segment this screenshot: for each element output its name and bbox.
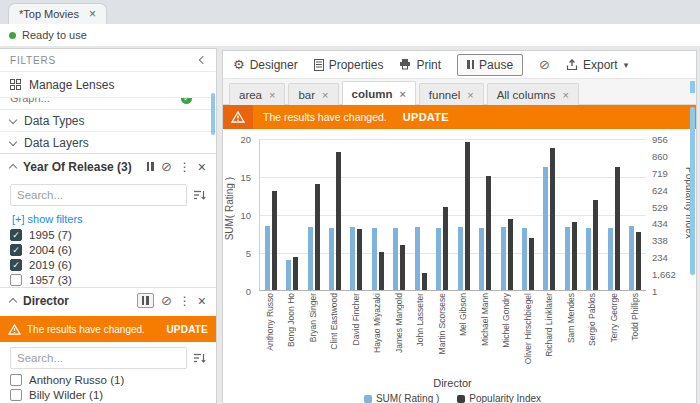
rating-bar[interactable] bbox=[265, 226, 270, 290]
popularity-bar[interactable] bbox=[486, 176, 491, 290]
checkbox[interactable]: ✓ bbox=[10, 244, 22, 256]
chart-tab-funnel[interactable]: funnel× bbox=[419, 83, 484, 105]
manage-lenses-item[interactable]: Manage Lenses bbox=[0, 71, 216, 97]
rating-bar[interactable] bbox=[393, 228, 398, 290]
lens-item-label: Graph... bbox=[10, 97, 50, 104]
print-button[interactable]: Print bbox=[399, 58, 441, 72]
export-button[interactable]: Export ▾ bbox=[566, 58, 628, 72]
rating-bar[interactable] bbox=[522, 228, 527, 290]
rating-bar[interactable] bbox=[543, 167, 548, 290]
popularity-bar[interactable] bbox=[443, 207, 448, 290]
rating-bar[interactable] bbox=[565, 227, 570, 290]
chart-tab-area[interactable]: area× bbox=[229, 83, 285, 105]
popularity-bar[interactable] bbox=[422, 273, 427, 290]
right-axis-ticks: 9568607196245294343382341,6621 bbox=[650, 139, 686, 291]
year-filter-header[interactable]: Year Of Release (3) ⊘ ⋮ × bbox=[0, 153, 216, 179]
disable-refresh-icon[interactable]: ⊘ bbox=[161, 160, 172, 173]
sort-icon[interactable] bbox=[193, 352, 206, 364]
checkbox[interactable] bbox=[10, 374, 22, 386]
show-filters-link[interactable]: [+] show filters bbox=[0, 209, 216, 227]
rating-bar[interactable] bbox=[286, 260, 291, 290]
properties-button[interactable]: Properties bbox=[314, 58, 384, 72]
rating-bar[interactable] bbox=[586, 228, 591, 290]
pause-filter-icon[interactable] bbox=[147, 162, 154, 171]
tab-close-icon[interactable]: × bbox=[562, 89, 568, 101]
chart-tab-all-columns[interactable]: All columns× bbox=[487, 83, 579, 105]
tab-close-icon[interactable]: × bbox=[322, 89, 328, 101]
remove-filter-icon[interactable]: × bbox=[198, 294, 206, 308]
rating-bar[interactable] bbox=[308, 227, 313, 290]
update-button[interactable]: UPDATE bbox=[166, 324, 208, 335]
filters-panel-title: FILTERS bbox=[10, 55, 56, 66]
rating-bar[interactable] bbox=[372, 228, 377, 290]
browser-tab[interactable]: *Top Movies × bbox=[8, 3, 107, 24]
main-scrollbar[interactable] bbox=[690, 107, 695, 275]
remove-filter-icon[interactable]: × bbox=[198, 160, 206, 174]
popularity-bar[interactable] bbox=[508, 219, 513, 290]
more-options-icon[interactable]: ⋮ bbox=[179, 161, 191, 173]
year-filter-search[interactable] bbox=[10, 184, 187, 206]
collapse-panel-icon[interactable] bbox=[199, 56, 207, 64]
popularity-bar[interactable] bbox=[379, 252, 384, 290]
sidebar-item-data-types[interactable]: Data Types bbox=[0, 109, 216, 131]
tab-close-icon[interactable]: × bbox=[89, 7, 96, 21]
main-scrollbar-top[interactable] bbox=[690, 81, 695, 93]
designer-button[interactable]: ⚙ Designer bbox=[233, 58, 298, 72]
rating-bar[interactable] bbox=[350, 227, 355, 290]
year-filter-option[interactable]: ✓1995 (7) bbox=[0, 227, 216, 242]
popularity-bar[interactable] bbox=[636, 232, 641, 290]
chart-tab-column[interactable]: column× bbox=[342, 81, 416, 105]
tab-close-icon[interactable]: × bbox=[399, 88, 405, 100]
popularity-bar[interactable] bbox=[572, 222, 577, 290]
sidebar-scrollbar[interactable] bbox=[211, 93, 215, 135]
popularity-bar[interactable] bbox=[465, 142, 470, 290]
popularity-bar[interactable] bbox=[615, 167, 620, 290]
popularity-bar[interactable] bbox=[593, 200, 598, 290]
pause-button[interactable]: Pause bbox=[457, 54, 523, 76]
legend-item[interactable]: Popularity Index bbox=[457, 393, 541, 404]
director-filter-search[interactable] bbox=[10, 347, 187, 369]
checkbox[interactable] bbox=[10, 389, 22, 401]
director-filter-header[interactable]: Director ⊘ ⋮ × bbox=[0, 287, 216, 313]
legend-item[interactable]: SUM( Rating ) bbox=[364, 393, 439, 404]
director-filter-option[interactable]: Anthony Russo (1) bbox=[0, 372, 216, 387]
director-filter-search-input[interactable] bbox=[17, 352, 180, 364]
x-axis-label: James Mangold bbox=[388, 293, 410, 375]
year-filter-option[interactable]: ✓2019 (6) bbox=[0, 257, 216, 272]
tab-close-icon[interactable]: × bbox=[467, 89, 473, 101]
more-options-icon[interactable]: ⋮ bbox=[179, 295, 191, 307]
popularity-bar[interactable] bbox=[315, 184, 320, 290]
popularity-bar[interactable] bbox=[272, 191, 277, 290]
rating-bar[interactable] bbox=[479, 228, 484, 290]
rating-bar[interactable] bbox=[415, 227, 420, 290]
sort-icon[interactable] bbox=[193, 189, 206, 201]
popularity-bar[interactable] bbox=[400, 245, 405, 290]
update-button[interactable]: UPDATE bbox=[403, 111, 449, 123]
chart-tab-bar[interactable]: bar× bbox=[288, 83, 338, 105]
director-filter-option[interactable]: Billy Wilder (1) bbox=[0, 387, 216, 402]
checkbox[interactable] bbox=[10, 274, 22, 286]
popularity-bar[interactable] bbox=[336, 152, 341, 290]
rating-bar[interactable] bbox=[501, 227, 506, 290]
lens-list-item-clipped[interactable]: Graph... ✓ bbox=[0, 97, 216, 109]
checkbox[interactable]: ✓ bbox=[10, 259, 22, 271]
rating-bar[interactable] bbox=[629, 226, 634, 290]
rating-bar[interactable] bbox=[436, 228, 441, 290]
year-filter-search-input[interactable] bbox=[17, 189, 180, 201]
year-filter-option[interactable]: ✓2004 (6) bbox=[0, 242, 216, 257]
popularity-bar[interactable] bbox=[357, 229, 362, 290]
bar-group bbox=[303, 139, 324, 290]
pause-filter-button[interactable] bbox=[137, 293, 154, 308]
disable-refresh-icon[interactable]: ⊘ bbox=[161, 294, 172, 307]
rating-bar[interactable] bbox=[329, 228, 334, 290]
sidebar-item-data-layers[interactable]: Data Layers bbox=[0, 131, 216, 153]
tab-close-icon[interactable]: × bbox=[269, 89, 275, 101]
checkbox[interactable]: ✓ bbox=[10, 229, 22, 241]
rating-bar[interactable] bbox=[608, 228, 613, 290]
disable-refresh-icon[interactable]: ⊘ bbox=[539, 58, 550, 71]
popularity-bar[interactable] bbox=[550, 148, 555, 290]
year-filter-option[interactable]: 1957 (3) bbox=[0, 272, 216, 287]
popularity-bar[interactable] bbox=[529, 238, 534, 290]
rating-bar[interactable] bbox=[458, 227, 463, 290]
popularity-bar[interactable] bbox=[293, 257, 298, 290]
